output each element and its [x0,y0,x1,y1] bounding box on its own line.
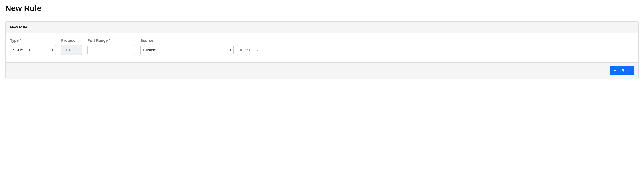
port-range-label: Port Range * [88,38,135,43]
field-type: Type * SSH/SFTP [10,38,56,55]
protocol-value: TCP [61,45,82,55]
field-source: Source Custom [140,38,332,55]
field-protocol: Protocol TCP [61,38,82,55]
panel-header: New Rule [6,22,638,33]
page-title: New Rule [5,4,639,13]
type-select[interactable]: SSH/SFTP [10,45,56,55]
title-divider [5,16,639,16]
source-label: Source [140,38,332,43]
source-ip-input[interactable] [237,45,332,55]
panel-body: Type * SSH/SFTP Protocol TCP Por [6,33,638,63]
port-range-input[interactable] [88,45,135,55]
add-rule-button[interactable]: Add Rule [610,66,634,75]
new-rule-panel: New Rule Type * SSH/SFTP Protocol [5,21,639,79]
panel-footer: Add Rule [6,63,638,79]
type-label: Type * [10,38,56,43]
source-select[interactable]: Custom [140,45,234,55]
protocol-label: Protocol [61,38,82,43]
field-port-range: Port Range * [88,38,135,55]
